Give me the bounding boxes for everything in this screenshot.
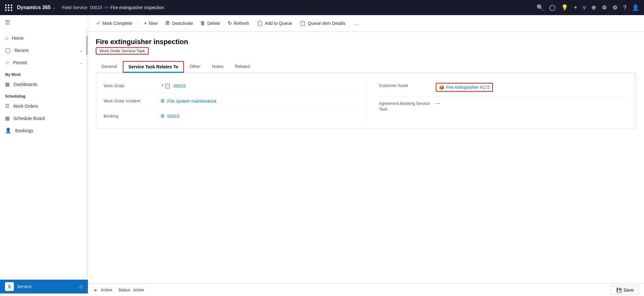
user-icon[interactable]: 👤 xyxy=(632,4,639,11)
sidebar-bottom: S Service ◇ xyxy=(0,277,88,296)
customer-asset-value-box[interactable]: 📦 Fire extinguisher #172 xyxy=(436,83,493,92)
page-title: Fire extinguisher inspection xyxy=(96,38,636,46)
form-row-agreement-booking: Agreement Booking Service Task --- xyxy=(379,96,629,117)
sidebar-item-home[interactable]: ⌂ Home xyxy=(0,32,88,44)
pinned-icon: ☆ xyxy=(5,60,9,65)
app-name: Field Service xyxy=(62,5,88,10)
add-to-queue-label: Add to Queue xyxy=(265,21,292,26)
work-order-link[interactable]: 00015 xyxy=(173,83,185,88)
breadcrumb-number: 00015 xyxy=(90,5,102,10)
work-order-incident-label: Work Order Incident xyxy=(104,99,160,103)
form-scroll-indicator xyxy=(634,73,636,128)
tab-notes[interactable]: Notes xyxy=(206,61,229,73)
sidebar-item-recent[interactable]: ◯ Recent ⌄ xyxy=(0,44,88,56)
scheduleboard-icon: ▦ xyxy=(5,115,10,121)
form-row-work-order-incident: Work Order Incident ⚙ Fire system mainte… xyxy=(104,94,366,109)
tab-related[interactable]: Related xyxy=(229,61,256,73)
sidebar-item-dashboards[interactable]: ▦ Dashboards xyxy=(0,78,88,90)
filter-icon[interactable]: ▿ xyxy=(583,4,586,11)
status-active-text: Active xyxy=(101,287,112,292)
status-expand-icon[interactable]: ➔ xyxy=(93,287,97,293)
delete-button[interactable]: 🗑 Delete xyxy=(197,19,223,28)
form-section: Work Order * 📋 00015 Work Order Incident xyxy=(96,73,636,129)
sidebar-item-workorders[interactable]: ☰ Work Orders xyxy=(0,100,88,112)
page-subtitle: Work Order Service Task xyxy=(96,47,149,54)
search-icon[interactable]: 🔍 xyxy=(537,4,544,11)
customer-asset-label: Customer Asset xyxy=(379,83,436,88)
mark-complete-button[interactable]: ✓ Mark Complete xyxy=(93,18,135,28)
sidebar: ☰ ⌂ Home ◯ Recent ⌄ ☆ Pinned ⌄ My Work ▦ xyxy=(0,15,88,296)
form-row-booking: Booking ⚙ 00015 xyxy=(104,109,366,123)
sidebar-item-pinned-label: Pinned xyxy=(13,60,27,65)
work-order-incident-value[interactable]: ⚙ Fire system maintenance xyxy=(160,98,216,104)
sidebar-item-home-label: Home xyxy=(12,36,24,41)
home-icon: ⌂ xyxy=(5,35,8,41)
hamburger-menu[interactable]: ☰ xyxy=(0,15,88,30)
cmd-sep-1 xyxy=(138,20,138,27)
settings-icon[interactable]: ⚙ xyxy=(602,4,607,11)
customer-asset-icon: 📦 xyxy=(439,85,444,90)
bookings-icon: 👤 xyxy=(5,128,11,134)
content-area: ✓ Mark Complete + New 🖹 Deactivate 🗑 Del… xyxy=(88,15,644,296)
nav-icon-group: 🔍 ◯ 💡 + ▿ ⊕ ⚙ ⚙ ? 👤 xyxy=(537,4,639,11)
new-icon: + xyxy=(144,20,147,26)
deactivate-label: Deactivate xyxy=(172,21,193,26)
workorders-icon: ☰ xyxy=(5,103,9,109)
sidebar-scroll-area: ⌂ Home ◯ Recent ⌄ ☆ Pinned ⌄ My Work ▦ D… xyxy=(0,30,88,277)
booking-value[interactable]: ⚙ 00015 xyxy=(160,113,180,119)
mark-complete-icon: ✓ xyxy=(96,20,100,26)
booking-link[interactable]: 00015 xyxy=(167,114,180,119)
status-value: Active xyxy=(133,287,144,292)
save-button[interactable]: 💾 Save xyxy=(611,285,639,295)
queue-item-details-icon: 📋 xyxy=(299,20,306,26)
help-icon[interactable]: 💡 xyxy=(561,4,568,11)
queue-item-details-button[interactable]: 📋 Queue Item Details xyxy=(296,18,349,28)
recent-icon: ◯ xyxy=(5,47,11,53)
pinned-expand-icon: ⌄ xyxy=(80,60,83,65)
service-label: Service xyxy=(17,284,32,289)
sidebar-item-scheduleboard[interactable]: ▦ Schedule Board xyxy=(0,112,88,124)
sidebar-item-recent-label: Recent xyxy=(14,48,28,53)
refresh-label: Refresh xyxy=(234,21,249,26)
work-order-incident-link[interactable]: Fire system maintenance xyxy=(167,99,216,104)
queue-item-details-label: Queue Item Details xyxy=(308,21,345,26)
main-layout: ☰ ⌂ Home ◯ Recent ⌄ ☆ Pinned ⌄ My Work ▦ xyxy=(0,15,644,296)
work-order-value[interactable]: 📋 00015 xyxy=(164,83,185,89)
form-row-work-order: Work Order * 📋 00015 xyxy=(104,78,366,94)
delete-icon: 🗑 xyxy=(200,20,205,26)
service-avatar: S xyxy=(5,282,14,291)
deactivate-button[interactable]: 🖹 Deactivate xyxy=(162,19,196,28)
gear-icon[interactable]: ⚙ xyxy=(613,4,618,11)
form-left-col: Work Order * 📋 00015 Work Order Incident xyxy=(104,78,366,123)
save-icon: 💾 xyxy=(616,287,622,293)
new-label: New xyxy=(149,21,157,26)
agreement-booking-label: Agreement Booking Service Task xyxy=(379,101,436,112)
question-icon[interactable]: ? xyxy=(623,4,626,11)
breadcrumb-separator: >> xyxy=(104,5,109,10)
tab-other[interactable]: Other xyxy=(184,61,206,73)
circle-plus-icon[interactable]: ⊕ xyxy=(591,4,596,11)
tab-general[interactable]: General xyxy=(96,61,123,73)
brand-name[interactable]: Dynamics 365 xyxy=(17,5,51,10)
sidebar-service-item[interactable]: S Service ◇ xyxy=(0,280,88,293)
sidebar-item-bookings[interactable]: 👤 Bookings xyxy=(0,124,88,137)
refresh-button[interactable]: ↻ Refresh xyxy=(225,18,252,28)
customer-asset-link[interactable]: Fire extinguisher #172 xyxy=(446,85,490,90)
form-row-customer-asset: Customer Asset 📦 Fire extinguisher #172 xyxy=(379,78,629,96)
add-to-queue-button[interactable]: 📋 Add to Queue xyxy=(254,18,295,28)
service-expand-icon: ◇ xyxy=(79,284,83,289)
sidebar-item-pinned[interactable]: ☆ Pinned ⌄ xyxy=(0,56,88,69)
my-work-section-title: My Work xyxy=(0,69,88,78)
tab-bar: General Service Task Relates To Other No… xyxy=(96,61,636,73)
work-order-icon: 📋 xyxy=(164,83,171,89)
add-icon[interactable]: + xyxy=(574,4,577,11)
new-button[interactable]: + New xyxy=(141,19,161,28)
form-right-col: Customer Asset 📦 Fire extinguisher #172 … xyxy=(366,78,629,123)
more-options-button[interactable]: ... xyxy=(351,18,362,28)
sidebar-item-bookings-label: Bookings xyxy=(15,128,33,133)
tasks-icon[interactable]: ◯ xyxy=(549,4,556,11)
tab-service-task-relates-to[interactable]: Service Task Relates To xyxy=(123,61,184,73)
brand-chevron[interactable]: ⌄ xyxy=(53,5,56,10)
work-order-label: Work Order xyxy=(104,83,160,88)
app-launcher[interactable] xyxy=(5,4,13,11)
